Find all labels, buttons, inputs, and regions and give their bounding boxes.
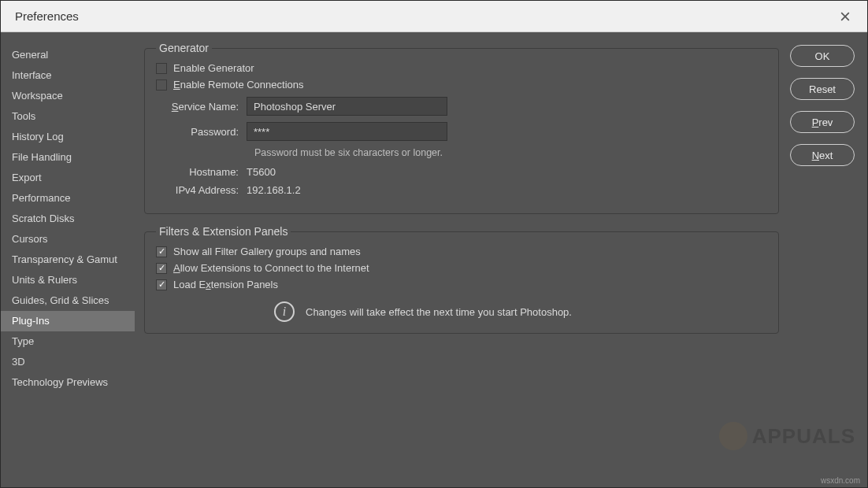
close-button[interactable] <box>831 6 859 28</box>
sidebar-item-workspace[interactable]: Workspace <box>1 86 135 106</box>
password-input[interactable] <box>247 122 447 141</box>
password-row: Password: <box>156 122 767 141</box>
sidebar-item-history-log[interactable]: History Log <box>1 127 135 147</box>
load-extension-label: Load Extension Panels <box>173 279 278 290</box>
load-extension-checkbox[interactable] <box>156 279 167 290</box>
enable-remote-row[interactable]: Enable Remote Connections <box>156 79 767 91</box>
service-name-label: Service Name: <box>156 101 247 113</box>
generator-legend: Generator <box>156 42 212 54</box>
hostname-row: Hostname: T5600 <box>156 166 767 178</box>
ok-button[interactable]: OK <box>790 45 855 67</box>
filters-group: Filters & Extension Panels Show all Filt… <box>144 225 779 334</box>
sidebar-item-transparency-gamut[interactable]: Transparency & Gamut <box>1 250 135 270</box>
hostname-value: T5600 <box>247 166 276 178</box>
settings-pane: Generator Enable Generator Enable Remote… <box>135 39 784 479</box>
sidebar-item-performance[interactable]: Performance <box>1 188 135 209</box>
close-icon <box>840 12 850 21</box>
window-title: Preferences <box>9 9 79 23</box>
reset-button[interactable]: Reset <box>790 78 855 100</box>
enable-generator-checkbox[interactable] <box>156 63 167 74</box>
sidebar-item-interface[interactable]: Interface <box>1 65 135 86</box>
sidebar-item-tools[interactable]: Tools <box>1 106 135 127</box>
allow-extensions-label: Allow Extensions to Connect to the Inter… <box>173 262 369 274</box>
show-all-filter-label: Show all Filter Gallery groups and names <box>173 246 361 257</box>
prev-button[interactable]: Prev <box>790 111 855 133</box>
sidebar-item-type[interactable]: Type <box>1 331 135 352</box>
sidebar-item-guides-grid-slices[interactable]: Guides, Grid & Slices <box>1 290 135 311</box>
sidebar-item-plug-ins[interactable]: Plug-Ins <box>1 311 135 331</box>
info-icon: i <box>274 301 295 322</box>
sidebar-item-file-handling[interactable]: File Handling <box>1 147 135 168</box>
ipv4-value: 192.168.1.2 <box>247 184 301 196</box>
generator-group: Generator Enable Generator Enable Remote… <box>144 42 779 214</box>
info-row: i Changes will take effect the next time… <box>156 301 767 322</box>
titlebar: Preferences <box>1 1 867 32</box>
dialog-body: GeneralInterfaceWorkspaceToolsHistory Lo… <box>1 32 867 487</box>
password-hint: Password must be six characters or longe… <box>254 147 767 158</box>
enable-generator-row[interactable]: Enable Generator <box>156 62 767 74</box>
sidebar-item-cursors[interactable]: Cursors <box>1 229 135 250</box>
next-button[interactable]: Next <box>790 144 855 166</box>
dialog-buttons: OK Reset Prev Next <box>784 39 859 479</box>
sidebar-item-scratch-disks[interactable]: Scratch Disks <box>1 209 135 229</box>
allow-extensions-checkbox[interactable] <box>156 263 167 274</box>
sidebar-item-general[interactable]: General <box>1 45 135 65</box>
enable-remote-label: Enable Remote Connections <box>173 79 304 91</box>
load-extension-row[interactable]: Load Extension Panels <box>156 279 767 290</box>
sidebar-item-export[interactable]: Export <box>1 168 135 188</box>
preferences-window: Preferences GeneralInterfaceWorkspaceToo… <box>0 0 868 488</box>
info-text: Changes will take effect the next time y… <box>306 306 572 318</box>
service-name-input[interactable] <box>247 97 447 116</box>
category-sidebar: GeneralInterfaceWorkspaceToolsHistory Lo… <box>1 39 135 479</box>
ipv4-row: IPv4 Address: 192.168.1.2 <box>156 184 767 196</box>
allow-extensions-row[interactable]: Allow Extensions to Connect to the Inter… <box>156 262 767 274</box>
sidebar-item-units-rulers[interactable]: Units & Rulers <box>1 270 135 290</box>
service-name-row: Service Name: <box>156 97 767 116</box>
enable-remote-checkbox[interactable] <box>156 79 167 91</box>
ipv4-label: IPv4 Address: <box>156 184 247 196</box>
hostname-label: Hostname: <box>156 166 247 178</box>
enable-generator-label: Enable Generator <box>173 62 254 74</box>
sidebar-item-technology-previews[interactable]: Technology Previews <box>1 372 135 393</box>
show-all-filter-checkbox[interactable] <box>156 246 167 257</box>
show-all-filter-row[interactable]: Show all Filter Gallery groups and names <box>156 246 767 257</box>
filters-legend: Filters & Extension Panels <box>156 225 291 238</box>
sidebar-item-3d[interactable]: 3D <box>1 352 135 372</box>
password-label: Password: <box>156 126 247 138</box>
